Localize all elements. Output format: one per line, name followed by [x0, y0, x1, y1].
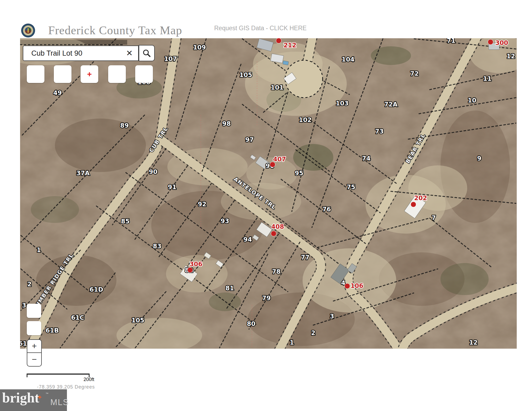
lot-label-102: 102 — [299, 116, 312, 123]
tree-patch — [440, 263, 489, 295]
lot-label-11: 11 — [483, 75, 492, 82]
lot-label-98: 98 — [222, 120, 231, 127]
lot-label-101: 101 — [271, 84, 284, 91]
lot-label-105: 105 — [239, 71, 252, 78]
lot-label-74: 74 — [362, 155, 371, 162]
lot-label-91: 91 — [168, 184, 176, 191]
scanned-page: Frederick County Tax Map Request GIS Dat… — [0, 0, 532, 411]
lot-label-105: 105 — [131, 317, 144, 324]
lot-label-97: 97 — [245, 136, 254, 143]
bright-mls-logo: bright ✦ ™ MLS — [0, 389, 67, 411]
zoom-in-button[interactable]: + — [27, 340, 41, 353]
lot-label-3: 3 — [330, 313, 334, 320]
lot-label-92: 92 — [198, 201, 206, 208]
clear-search-icon[interactable]: ✕ — [126, 49, 133, 57]
soil-patch — [55, 119, 146, 172]
parcel-marker-label-306: 306 — [190, 261, 202, 268]
lot-label-61B: 61B — [46, 327, 59, 334]
lot-label-104: 104 — [342, 56, 354, 63]
lot-label-1: 1 — [290, 339, 294, 346]
lot-label-2: 2 — [311, 329, 315, 336]
lot-label-61: 61 — [20, 340, 27, 347]
tree-patch — [293, 144, 333, 171]
lot-label-89: 89 — [120, 122, 129, 129]
parcel-marker-202[interactable] — [411, 202, 416, 207]
parcel-marker-label-408: 408 — [271, 223, 284, 230]
bright-wordmark: bright — [2, 390, 39, 406]
lot-label-72A: 72A — [384, 101, 398, 108]
parcel-marker-300[interactable] — [488, 39, 493, 45]
lot-label-3: 3 — [22, 302, 26, 309]
lot-label-12: 12 — [469, 339, 478, 346]
lot-label-81: 81 — [225, 285, 234, 292]
lot-label-72: 72 — [410, 70, 419, 77]
parcel-marker-label-407: 407 — [273, 156, 286, 163]
parcel-marker-212[interactable] — [276, 38, 281, 43]
map-control-button-1[interactable] — [27, 304, 41, 318]
lot-label-78: 78 — [272, 268, 281, 275]
page-title: Frederick County Tax Map — [48, 24, 182, 37]
red-plus-icon: + — [87, 70, 92, 78]
map-tool-button-4[interactable] — [108, 65, 126, 83]
parcel-marker-408[interactable] — [271, 231, 276, 236]
lot-label-61C: 61C — [71, 314, 84, 321]
map-tool-button-2[interactable] — [54, 65, 71, 83]
lot-label-83: 83 — [153, 243, 161, 250]
lot-label-95: 95 — [295, 170, 303, 177]
map-tool-button-5[interactable] — [135, 65, 153, 83]
header-bar: Frederick County Tax Map Request GIS Dat… — [0, 0, 532, 38]
zoom-control: + − — [27, 339, 42, 367]
search-input[interactable]: Cub Trail Lot 90 ✕ — [23, 45, 139, 61]
sparkle-icon: ✦ — [37, 394, 42, 401]
scale-bar — [26, 373, 90, 378]
search-value: Cub Trail Lot 90 — [31, 49, 126, 58]
lot-label-76: 76 — [322, 206, 331, 213]
lot-label-9: 9 — [477, 155, 481, 162]
trademark-symbol: ™ — [46, 392, 48, 395]
county-seal-logo — [21, 23, 36, 38]
lot-label-71: 71 — [447, 38, 455, 44]
lot-label-1: 1 — [37, 246, 41, 253]
lot-label-12: 12 — [507, 53, 515, 60]
parcel-marker-label-106: 106 — [350, 282, 363, 289]
parcel-marker-label-202: 202 — [414, 195, 427, 201]
map-control-button-2[interactable] — [27, 321, 41, 335]
lot-label-103: 103 — [336, 100, 349, 107]
building — [283, 61, 289, 65]
map-tool-button-3[interactable]: + — [81, 65, 98, 83]
map-tool-button-1[interactable] — [27, 65, 44, 83]
search-icon — [142, 49, 151, 58]
parcel-marker-306[interactable] — [187, 267, 193, 273]
zoom-out-button[interactable]: − — [27, 353, 41, 366]
lot-label-93: 93 — [221, 218, 229, 224]
parcel-marker-407[interactable] — [270, 162, 275, 167]
lot-label-49: 49 — [53, 89, 62, 96]
lot-label-77: 77 — [301, 254, 310, 261]
lot-label-10: 10 — [468, 97, 476, 104]
lot-label-61D: 61D — [89, 286, 103, 293]
lot-label-109: 109 — [193, 44, 206, 51]
lot-label-2: 2 — [27, 281, 32, 288]
scale-bar-label: 200ft — [84, 377, 94, 382]
lot-label-85: 85 — [121, 218, 130, 225]
parcel-marker-label-212: 212 — [284, 42, 296, 49]
lot-label-90: 90 — [149, 168, 157, 175]
lot-label-94: 94 — [243, 236, 252, 243]
tree-patch — [31, 196, 79, 223]
lot-label-79: 79 — [262, 295, 271, 302]
parcel-marker-label-300: 300 — [495, 39, 508, 46]
search-button[interactable] — [139, 45, 155, 61]
lot-label-7: 7 — [432, 214, 436, 221]
lot-label-107: 107 — [164, 55, 177, 62]
lot-label-73: 73 — [375, 128, 384, 135]
tax-map-canvas[interactable]: CUB TRLANTELOPE TRLBEAR TRLTIMBER RIDGE … — [20, 38, 517, 349]
mls-wordmark: MLS — [50, 398, 69, 407]
coordinates-readout: -78.359 39.205 Degrees — [37, 384, 95, 390]
parcel-marker-106[interactable] — [345, 283, 350, 289]
lot-label-75: 75 — [347, 184, 355, 191]
lot-label-80: 80 — [247, 320, 255, 327]
lot-label-37A: 37A — [76, 170, 90, 177]
request-gis-data-link[interactable]: Request GIS Data - CLICK HERE — [214, 25, 307, 32]
